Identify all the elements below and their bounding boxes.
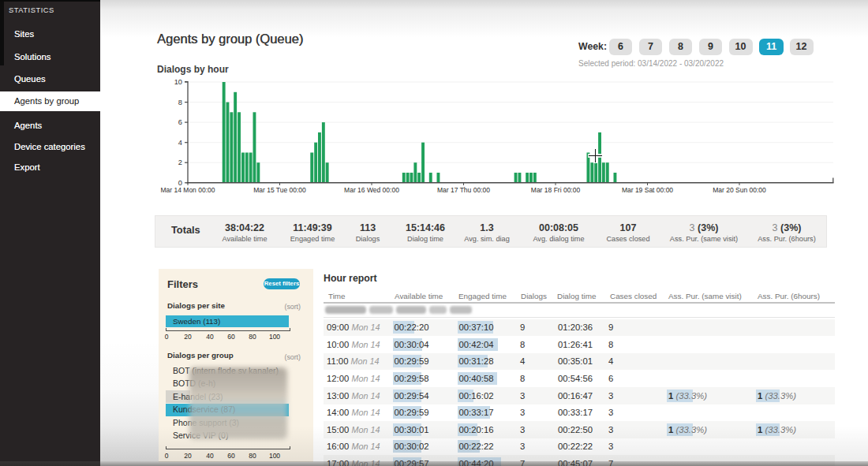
svg-text:4: 4 — [178, 139, 182, 147]
svg-text:Mar 18 Fri 00:00: Mar 18 Fri 00:00 — [531, 186, 581, 194]
svg-text:2: 2 — [178, 158, 182, 166]
svg-text:Mar 16 Wed 00:00: Mar 16 Wed 00:00 — [344, 186, 399, 194]
svg-text:Mar 17 Thu 00:00: Mar 17 Thu 00:00 — [437, 186, 490, 194]
svg-text:Mar 14 Mon 00:00: Mar 14 Mon 00:00 — [161, 186, 215, 194]
svg-text:Mar 20 Sun 00:00: Mar 20 Sun 00:00 — [713, 186, 766, 194]
svg-text:10: 10 — [174, 78, 182, 86]
svg-text:6: 6 — [178, 118, 182, 126]
svg-text:8: 8 — [178, 99, 182, 106]
svg-text:Mar 19 Sat 00:00: Mar 19 Sat 00:00 — [622, 186, 673, 194]
svg-text:Mar 15 Tue 00:00: Mar 15 Tue 00:00 — [253, 186, 306, 194]
